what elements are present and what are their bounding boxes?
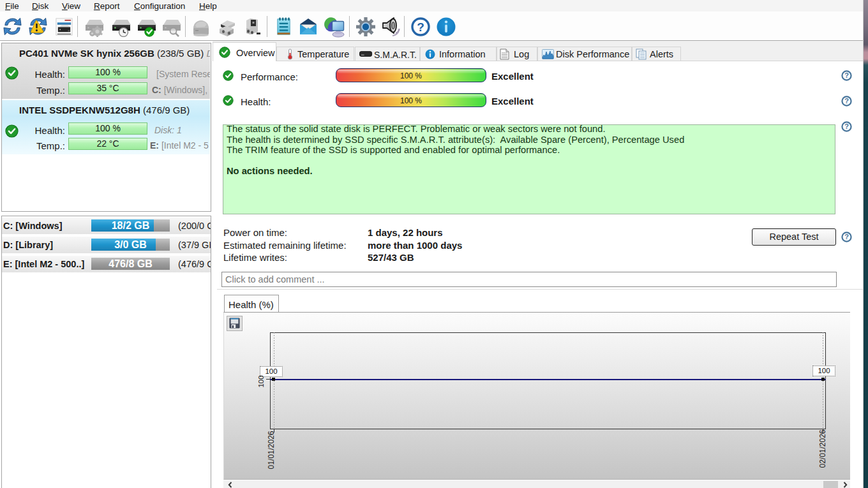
svg-text:?: ? — [844, 71, 849, 79]
svg-text:?: ? — [844, 97, 849, 105]
svg-text:?: ? — [844, 233, 849, 240]
svg-text:?: ? — [417, 20, 424, 34]
svg-text:?: ? — [844, 122, 849, 130]
